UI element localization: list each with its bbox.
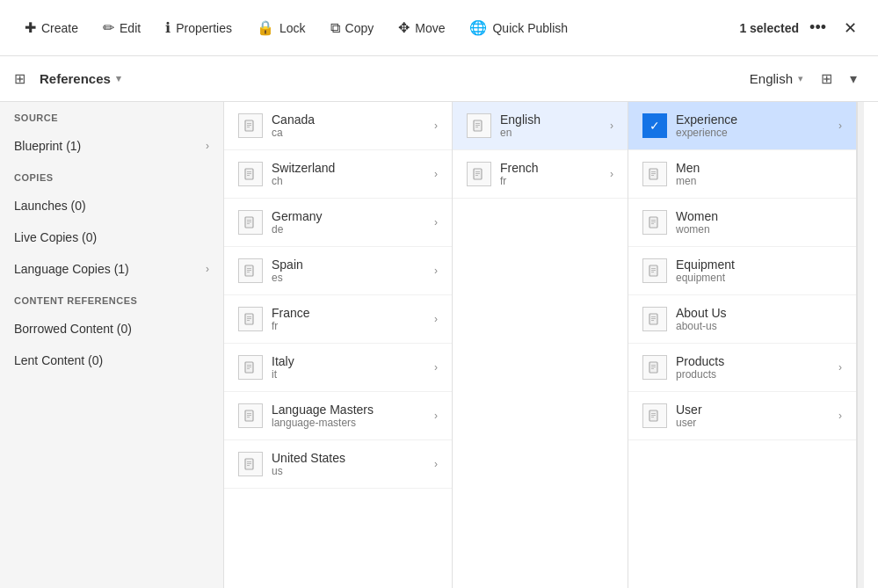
sidebar-item-launches[interactable]: Launches (0) (0, 190, 223, 221)
move-label: Move (415, 21, 445, 35)
grid-view-button[interactable]: ⊞ (814, 65, 839, 92)
chevron-right-icon: › (838, 120, 842, 132)
list-item[interactable]: Men men (628, 150, 856, 199)
item-name: Products (676, 354, 724, 368)
more-button[interactable]: ••• (802, 11, 833, 44)
item-sub: us (272, 465, 345, 477)
item-name: Experience (676, 113, 737, 127)
svg-rect-55 (651, 320, 654, 321)
chevron-right-icon: › (434, 265, 438, 277)
sidebar-item-lent[interactable]: Lent Content (0) (0, 345, 223, 376)
list-item[interactable]: France fr › (224, 295, 452, 344)
item-sub: de (272, 223, 323, 236)
move-button[interactable]: ✥ Move (388, 12, 455, 43)
svg-rect-5 (247, 171, 251, 172)
lock-button[interactable]: 🔒 Lock (246, 12, 316, 43)
svg-rect-7 (247, 175, 250, 176)
sidebar: SOURCE Blueprint (1) › COPIES Launches (… (0, 102, 224, 588)
item-name: France (272, 306, 310, 320)
svg-rect-27 (247, 417, 250, 417)
svg-rect-47 (651, 223, 654, 224)
create-icon: ✚ (25, 19, 36, 36)
svg-rect-59 (651, 368, 654, 369)
list-item[interactable]: Italy it › (224, 344, 452, 392)
item-name: Language Masters (272, 403, 374, 417)
copy-icon: ⧉ (330, 20, 340, 36)
chevron-right-icon: › (434, 361, 438, 374)
item-name: Women (676, 209, 718, 223)
list-item[interactable]: United States us › (224, 440, 452, 489)
chevron-right-icon: › (206, 140, 209, 152)
sidebar-item-borrowed[interactable]: Borrowed Content (0) (0, 313, 223, 345)
page-icon (642, 307, 667, 331)
page-icon (238, 258, 263, 283)
chevron-right-icon: › (434, 168, 438, 180)
list-item[interactable]: Spain es › (224, 247, 452, 295)
selected-count: 1 selected (739, 21, 799, 35)
sidebar-item-blueprint[interactable]: Blueprint (1) › (0, 130, 223, 162)
list-item[interactable]: Germany de › (224, 199, 452, 247)
panel-icon: ⊞ (14, 70, 25, 87)
list-item[interactable]: Equipment equipment (628, 247, 856, 295)
list-item[interactable]: ✓ Experience experience › (628, 102, 856, 150)
list-item[interactable]: Language Masters language-masters › (224, 392, 452, 440)
list-item[interactable]: About Us about-us (628, 295, 856, 344)
checked-icon: ✓ (642, 113, 667, 138)
list-item[interactable]: Canada ca › (224, 102, 452, 150)
close-icon: ✕ (844, 19, 857, 37)
svg-rect-29 (247, 461, 251, 462)
chevron-right-icon: › (434, 313, 438, 325)
edit-button[interactable]: ✏ Edit (92, 12, 151, 43)
svg-rect-26 (247, 415, 251, 416)
close-button[interactable]: ✕ (837, 11, 864, 45)
svg-rect-38 (475, 173, 480, 174)
sidebar-item-language-copies[interactable]: Language Copies (1) › (0, 253, 223, 285)
list-item[interactable]: Switzerland ch › (224, 150, 452, 199)
create-label: Create (41, 21, 78, 35)
svg-rect-30 (247, 463, 251, 464)
item-sub: language-masters (272, 417, 374, 429)
language-selector-button[interactable]: English ▾ (739, 64, 814, 93)
columns-area: Canada ca › Switzerland ch › Germany de (224, 102, 878, 588)
list-item[interactable]: Products products › (628, 344, 856, 392)
item-sub: es (272, 272, 303, 284)
globe-icon: 🌐 (469, 19, 487, 36)
lock-icon: 🔒 (257, 19, 274, 36)
expand-button[interactable]: ▾ (843, 65, 864, 92)
item-name: United States (272, 451, 345, 465)
item-sub: about-us (676, 320, 727, 332)
list-item[interactable]: English en › (453, 102, 628, 150)
svg-rect-49 (651, 268, 656, 269)
svg-rect-1 (247, 123, 251, 124)
chevron-right-icon: › (838, 361, 842, 374)
copy-button[interactable]: ⧉ Copy (320, 13, 385, 43)
page-icon (642, 258, 667, 283)
chevron-right-icon: › (434, 120, 438, 132)
sidebar-item-live-copies[interactable]: Live Copies (0) (0, 221, 223, 253)
selected-label: 1 selected (739, 21, 799, 35)
column-countries: Canada ca › Switzerland ch › Germany de (224, 102, 453, 588)
svg-rect-21 (247, 365, 251, 366)
properties-button[interactable]: ℹ Properties (155, 12, 243, 43)
list-item[interactable]: User user › (628, 392, 856, 440)
svg-rect-6 (247, 173, 251, 174)
quick-publish-button[interactable]: 🌐 Quick Publish (459, 12, 578, 43)
language-label: English (750, 71, 793, 86)
svg-rect-19 (247, 320, 250, 321)
item-name: Equipment (676, 258, 735, 272)
create-button[interactable]: ✚ Create (14, 12, 89, 43)
svg-rect-63 (651, 417, 654, 417)
item-sub: ca (272, 127, 315, 139)
item-sub: women (676, 223, 718, 236)
list-item[interactable]: French fr › (453, 150, 628, 199)
refs-bar: ⊞ References ▾ English ▾ ⊞ ▾ (0, 56, 878, 102)
chevron-right-icon: › (434, 458, 438, 470)
item-sub: fr (272, 320, 310, 332)
list-item[interactable]: Women women (628, 199, 856, 247)
blueprint-label: Blueprint (1) (14, 139, 81, 153)
item-sub: equipment (676, 272, 735, 284)
copy-label: Copy (345, 21, 374, 35)
svg-rect-22 (247, 367, 251, 367)
source-section-label: SOURCE (0, 102, 223, 130)
references-button[interactable]: References ▾ (33, 64, 128, 93)
